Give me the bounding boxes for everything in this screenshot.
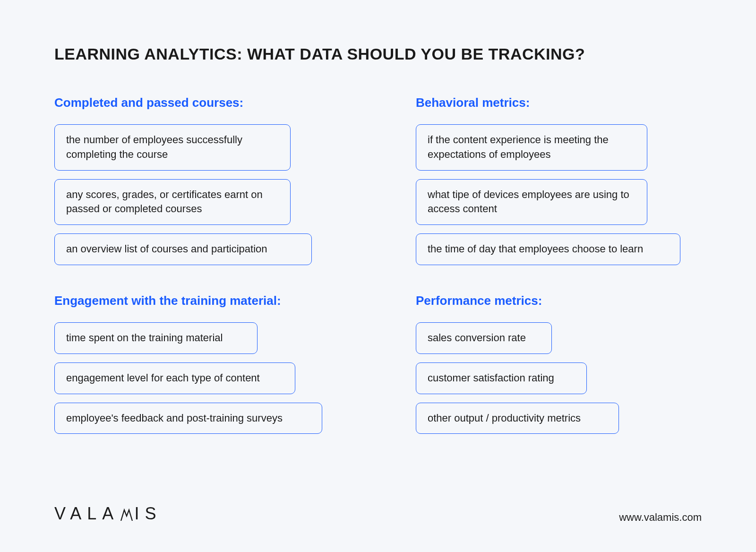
- section-heading: Engagement with the training material:: [54, 293, 340, 308]
- metric-item: what tipe of devices employees are using…: [416, 179, 647, 225]
- brand-m-icon: [119, 504, 134, 524]
- metric-item: engagement level for each type of conten…: [54, 362, 295, 394]
- section-items: time spent on the training material enga…: [54, 322, 340, 434]
- metric-item: customer satisfaction rating: [416, 362, 587, 394]
- sections-grid: Completed and passed courses: the number…: [54, 95, 702, 434]
- section-items: sales conversion rate customer satisfact…: [416, 322, 702, 434]
- metric-item: the time of day that employees choose to…: [416, 233, 680, 265]
- metric-item: an overview list of courses and particip…: [54, 233, 312, 265]
- brand-text-part1: VALA: [54, 504, 119, 523]
- metric-item: other output / productivity metrics: [416, 403, 619, 434]
- section-heading: Behavioral metrics:: [416, 95, 702, 110]
- metric-item: the number of employees successfully com…: [54, 124, 291, 171]
- brand-text-part2: IS: [134, 504, 162, 523]
- section-behavioral-metrics: Behavioral metrics: if the content exper…: [416, 95, 702, 265]
- section-heading: Completed and passed courses:: [54, 95, 340, 110]
- footer-url: www.valamis.com: [619, 511, 702, 524]
- section-heading: Performance metrics:: [416, 293, 702, 308]
- footer: VALAIS www.valamis.com: [54, 504, 702, 524]
- metric-item: sales conversion rate: [416, 322, 552, 354]
- section-items: the number of employees successfully com…: [54, 124, 340, 265]
- brand-logo: VALAIS: [54, 504, 162, 524]
- page-title: LEARNING ANALYTICS: WHAT DATA SHOULD YOU…: [54, 45, 702, 63]
- section-performance: Performance metrics: sales conversion ra…: [416, 293, 702, 434]
- metric-item: if the content experience is meeting the…: [416, 124, 647, 171]
- section-engagement: Engagement with the training material: t…: [54, 293, 340, 434]
- metric-item: employee's feedback and post-training su…: [54, 403, 322, 434]
- section-completed-courses: Completed and passed courses: the number…: [54, 95, 340, 265]
- section-items: if the content experience is meeting the…: [416, 124, 702, 265]
- metric-item: time spent on the training material: [54, 322, 258, 354]
- metric-item: any scores, grades, or certificates earn…: [54, 179, 291, 225]
